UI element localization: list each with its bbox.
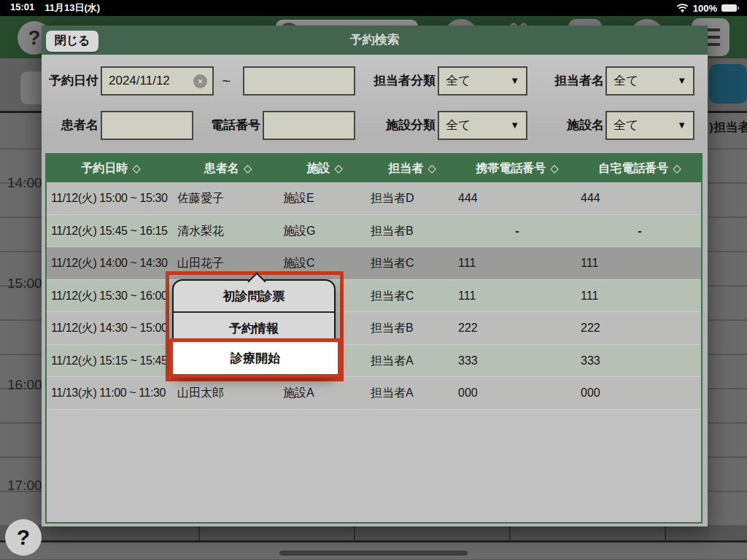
sort-icon: ◇	[132, 162, 141, 175]
cell-staff: 担当者D	[368, 182, 456, 214]
cell-staff: 担当者C	[368, 280, 456, 312]
cell-datetime: 11/12(火) 15:45 ~ 16:15	[47, 215, 175, 247]
table-row[interactable]: 11/13(水) 11:00 ~ 11:30山田太郎施設A担当者A000000	[47, 377, 701, 410]
cell-datetime: 11/13(水) 11:00 ~ 11:30	[47, 377, 175, 409]
cell-mobile: 333	[456, 345, 578, 377]
modal-titlebar: 予約検索	[42, 26, 708, 55]
reservation-search-modal: 予約検索 閉じる 予約日付 2024/11/12 × ~ 担当者分類 全て ▼ …	[42, 26, 708, 526]
column-header[interactable]: 予約日時◇	[47, 155, 175, 182]
cell-mobile: 000	[456, 377, 578, 409]
time-label: 14:00	[7, 175, 42, 191]
close-button[interactable]: 閉じる	[46, 31, 98, 52]
divider	[0, 540, 747, 542]
cell-home: 222	[578, 312, 701, 344]
chevron-down-icon: ▼	[677, 68, 686, 94]
cell-datetime: 11/12(火) 15:15 ~ 15:45	[47, 345, 175, 377]
time-label: 15:00	[7, 276, 42, 292]
cell-mobile: -	[456, 215, 578, 247]
table-row[interactable]: 11/12(火) 15:15 ~ 15:45担当者A333333	[47, 345, 701, 378]
cell-datetime: 11/12(火) 14:00 ~ 14:30	[47, 247, 175, 279]
cell-home: 333	[578, 345, 701, 377]
staff-name-label: 担当者名	[508, 66, 604, 96]
date-to-input[interactable]	[243, 66, 355, 96]
cell-staff: 担当者B	[368, 215, 456, 247]
column-header[interactable]: 施設◇	[281, 155, 368, 182]
table-row[interactable]: 11/12(火) 14:30 ~ 15:00担当者B222222	[47, 312, 701, 345]
sort-icon: ◇	[427, 162, 436, 175]
teal-action-button[interactable]	[709, 64, 747, 104]
right-edge-label: )担当者	[709, 119, 747, 136]
time-labels: 14:0015:0016:0017:00	[0, 0, 44, 560]
chevron-down-icon: ▼	[677, 112, 686, 139]
cell-home: -	[578, 215, 701, 247]
sort-icon: ◇	[244, 162, 252, 175]
table-row[interactable]: 11/12(火) 15:00 ~ 15:30佐藤愛子施設E担当者D444444	[47, 182, 701, 215]
cell-home: 444	[578, 182, 701, 214]
range-separator: ~	[222, 66, 231, 96]
cell-facility: 施設E	[281, 182, 368, 214]
clear-icon[interactable]: ×	[193, 74, 207, 88]
phone-number-input[interactable]	[263, 111, 355, 140]
cell-mobile: 222	[456, 312, 578, 344]
table-row[interactable]: 11/12(火) 15:45 ~ 16:15清水梨花施設G担当者B--	[47, 215, 701, 248]
table-row[interactable]: 11/12(火) 15:30 ~ 16:00担当者C111111	[47, 280, 701, 313]
date-from-input[interactable]: 2024/11/12 ×	[101, 66, 214, 96]
facility-name-select[interactable]: 全て ▼	[605, 111, 694, 140]
date-label: 予約日付	[43, 66, 98, 96]
wifi-icon	[676, 4, 689, 13]
time-label: 17:00	[7, 478, 42, 494]
screen: 15:01 11月13日(水) 100% ?	[0, 0, 747, 560]
battery-percent: 100%	[693, 3, 717, 14]
table-header: 予約日時◇患者名◇施設◇担当者◇携帯電話番号◇自宅電話番号◇	[47, 155, 701, 182]
phone-number-label: 電話番号	[158, 111, 260, 140]
cell-facility: 施設A	[281, 377, 368, 409]
cell-home: 111	[578, 247, 701, 279]
sort-icon: ◇	[673, 162, 681, 175]
modal-title: 予約検索	[42, 26, 708, 55]
results-table: 予約日時◇患者名◇施設◇担当者◇携帯電話番号◇自宅電話番号◇ 11/12(火) …	[45, 153, 703, 524]
column-header[interactable]: 担当者◇	[368, 155, 456, 182]
cell-datetime: 11/12(火) 14:30 ~ 15:00	[47, 312, 175, 344]
status-bar: 15:01 11月13日(水) 100%	[0, 0, 747, 16]
staff-name-select[interactable]: 全て ▼	[605, 66, 694, 96]
patient-name-label: 患者名	[43, 111, 98, 140]
staff-category-label: 担当者分類	[363, 66, 436, 96]
cell-facility: 施設G	[281, 215, 368, 247]
table-body: 11/12(火) 15:00 ~ 15:30佐藤愛子施設E担当者D4444441…	[47, 182, 701, 410]
battery-icon	[721, 4, 737, 12]
sort-icon: ◇	[334, 162, 343, 175]
cell-staff: 担当者C	[368, 247, 456, 279]
cell-home: 000	[578, 377, 701, 409]
sort-icon: ◇	[550, 162, 559, 175]
facility-category-label: 施設分類	[363, 111, 436, 140]
cell-datetime: 11/12(火) 15:30 ~ 16:00	[47, 280, 175, 312]
cell-mobile: 111	[456, 280, 578, 312]
cell-mobile: 444	[456, 182, 578, 214]
cell-datetime: 11/12(火) 15:00 ~ 15:30	[47, 182, 175, 214]
facility-name-label: 施設名	[508, 111, 604, 140]
cell-home: 111	[578, 280, 701, 312]
help-button-bottom[interactable]: ?	[5, 519, 42, 556]
status-date: 11月13日(水)	[44, 1, 100, 15]
cell-staff: 担当者A	[368, 377, 456, 409]
status-time: 15:01	[10, 1, 34, 15]
column-header[interactable]: 携帯電話番号◇	[456, 155, 578, 182]
cell-staff: 担当者B	[368, 312, 456, 344]
home-indicator[interactable]	[279, 551, 468, 556]
table-row[interactable]: 11/12(火) 14:00 ~ 14:30山田花子施設C担当者C111111	[47, 247, 701, 280]
calendar-bottom-band	[0, 526, 747, 540]
cell-patient: 佐藤愛子	[175, 182, 281, 214]
cell-patient: 清水梨花	[175, 215, 281, 247]
cell-mobile: 111	[456, 247, 578, 279]
cell-patient: 山田太郎	[175, 377, 281, 409]
column-header[interactable]: 自宅電話番号◇	[578, 155, 701, 182]
time-label: 16:00	[7, 377, 42, 393]
column-header[interactable]: 患者名◇	[175, 155, 281, 182]
popup-item-highlighted[interactable]: 診療開始	[169, 338, 341, 378]
cell-staff: 担当者A	[368, 345, 456, 377]
